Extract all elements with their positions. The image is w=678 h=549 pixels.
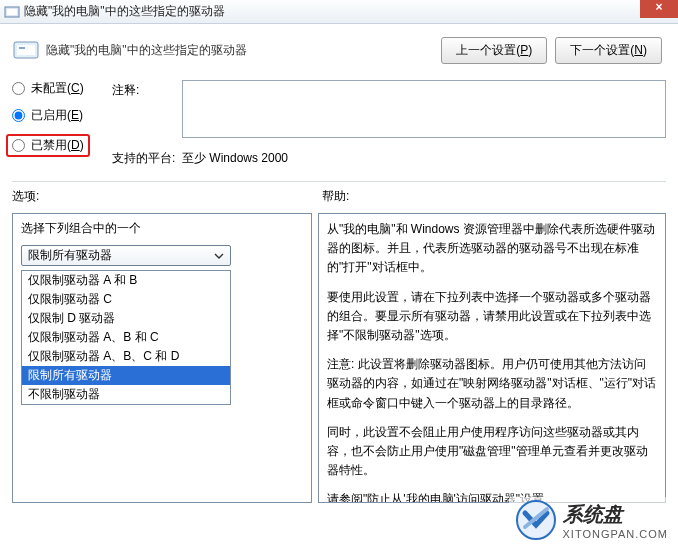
listbox-item[interactable]: 限制所有驱动器 xyxy=(22,366,230,385)
lower-panels: 选择下列组合中的一个 限制所有驱动器 仅限制驱动器 A 和 B仅限制驱动器 C仅… xyxy=(12,213,666,503)
titlebar-title: 隐藏"我的电脑"中的这些指定的驱动器 xyxy=(24,3,225,20)
platform-label: 支持的平台: xyxy=(112,148,182,167)
help-p2: 要使用此设置，请在下拉列表中选择一个驱动器或多个驱动器的组合。要显示所有驱动器，… xyxy=(327,288,657,346)
radio-not-configured-input[interactable] xyxy=(12,82,25,95)
listbox-item[interactable]: 不限制驱动器 xyxy=(22,385,230,404)
combo-selected-text: 限制所有驱动器 xyxy=(28,247,112,264)
app-icon xyxy=(4,4,20,20)
help-p3: 注意: 此设置将删除驱动器图标。用户仍可使用其他方法访问驱动器的内容，如通过在"… xyxy=(327,355,657,413)
watermark-cn: 系统盘 xyxy=(563,501,669,528)
separator xyxy=(12,181,666,182)
comment-label: 注释: xyxy=(112,80,182,99)
close-button[interactable]: × xyxy=(640,0,678,18)
radio-not-configured[interactable]: 未配置(C) xyxy=(12,80,112,97)
watermark-en: XITONGPAN.COM xyxy=(563,528,669,540)
radio-enabled[interactable]: 已启用(E) xyxy=(12,107,112,124)
help-section-label: 帮助: xyxy=(312,188,666,205)
listbox-item[interactable]: 仅限制驱动器 A 和 B xyxy=(22,271,230,290)
next-setting-button[interactable]: 下一个设置(N) xyxy=(555,37,662,64)
config-area: 未配置(C) 已启用(E) 已禁用(D) 注释: 支持的平台: 至少 Windo… xyxy=(12,80,666,167)
platform-value: 至少 Windows 2000 xyxy=(182,148,666,167)
content-area: 隐藏"我的电脑"中的这些指定的驱动器 上一个设置(P) 下一个设置(N) 未配置… xyxy=(0,24,678,549)
options-panel: 选择下列组合中的一个 限制所有驱动器 仅限制驱动器 A 和 B仅限制驱动器 C仅… xyxy=(12,213,312,503)
radio-enabled-input[interactable] xyxy=(12,109,25,122)
watermark-logo-icon xyxy=(515,499,557,541)
svg-rect-4 xyxy=(19,47,25,49)
listbox-item[interactable]: 仅限制驱动器 A、B 和 C xyxy=(22,328,230,347)
comment-row: 注释: xyxy=(112,80,666,138)
options-section-label: 选项: xyxy=(12,188,312,205)
radio-group: 未配置(C) 已启用(E) 已禁用(D) xyxy=(12,80,112,167)
header-row: 隐藏"我的电脑"中的这些指定的驱动器 上一个设置(P) 下一个设置(N) xyxy=(12,32,666,74)
radio-disabled-input[interactable] xyxy=(12,139,25,152)
listbox-item[interactable]: 仅限制 D 驱动器 xyxy=(22,309,230,328)
drive-listbox[interactable]: 仅限制驱动器 A 和 B仅限制驱动器 C仅限制 D 驱动器仅限制驱动器 A、B … xyxy=(21,270,231,405)
section-labels: 选项: 帮助: xyxy=(12,188,666,205)
listbox-item[interactable]: 仅限制驱动器 C xyxy=(22,290,230,309)
titlebar: 隐藏"我的电脑"中的这些指定的驱动器 × xyxy=(0,0,678,24)
chevron-down-icon xyxy=(212,249,226,263)
policy-icon xyxy=(12,36,40,64)
radio-not-configured-label: 未配置(C) xyxy=(31,80,84,97)
radio-disabled-label: 已禁用(D) xyxy=(31,137,84,154)
help-p4: 同时，此设置不会阻止用户使用程序访问这些驱动器或其内容，也不会防止用户使用"磁盘… xyxy=(327,423,657,481)
help-p1: 从"我的电脑"和 Windows 资源管理器中删除代表所选硬件驱动器的图标。并且… xyxy=(327,220,657,278)
drive-combo[interactable]: 限制所有驱动器 xyxy=(21,245,231,266)
watermark: 系统盘 XITONGPAN.COM xyxy=(509,497,675,543)
help-panel: 从"我的电脑"和 Windows 资源管理器中删除代表所选硬件驱动器的图标。并且… xyxy=(318,213,666,503)
comment-textarea[interactable] xyxy=(182,80,666,138)
radio-enabled-label: 已启用(E) xyxy=(31,107,83,124)
page-title: 隐藏"我的电脑"中的这些指定的驱动器 xyxy=(46,42,247,59)
radio-disabled[interactable]: 已禁用(D) xyxy=(6,134,90,157)
svg-rect-1 xyxy=(7,9,17,15)
svg-rect-3 xyxy=(17,45,35,55)
platform-row: 支持的平台: 至少 Windows 2000 xyxy=(112,148,666,167)
combo-label: 选择下列组合中的一个 xyxy=(21,220,303,237)
prev-setting-button[interactable]: 上一个设置(P) xyxy=(441,37,547,64)
listbox-item[interactable]: 仅限制驱动器 A、B、C 和 D xyxy=(22,347,230,366)
